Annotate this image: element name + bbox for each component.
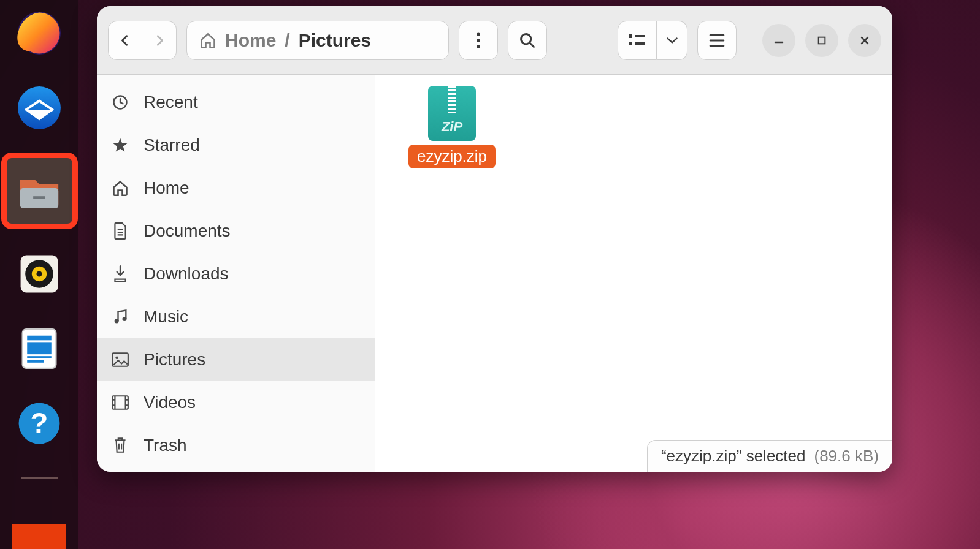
svg-rect-11 [27, 356, 52, 358]
hamburger-menu-button[interactable] [697, 21, 737, 60]
home-icon [199, 32, 216, 49]
svg-point-28 [115, 356, 118, 359]
sidebar-item-downloads[interactable]: Downloads [97, 252, 375, 295]
zip-badge-label: ZiP [442, 119, 462, 135]
files-icon [14, 166, 64, 216]
dock-item-files[interactable] [4, 156, 75, 226]
svg-point-1 [18, 86, 61, 129]
svg-point-17 [477, 44, 480, 48]
svg-rect-23 [819, 37, 825, 44]
view-group [618, 21, 687, 60]
sidebar-item-starred[interactable]: Starred [97, 124, 375, 167]
sidebar-item-label: Trash [144, 436, 187, 455]
zip-archive-icon: ZiP [428, 86, 476, 141]
statusbar: “ezyzip.zip” selected (89.6 kB) [647, 440, 892, 472]
minimize-button[interactable] [762, 24, 795, 57]
sidebar-item-label: Recent [144, 93, 198, 112]
sidebar-item-label: Home [144, 178, 189, 198]
star-icon [110, 135, 130, 155]
document-icon [16, 325, 63, 372]
svg-point-25 [115, 319, 119, 324]
svg-rect-22 [635, 42, 645, 45]
chevron-left-icon [118, 34, 132, 47]
download-icon [110, 264, 130, 284]
path-menu-button[interactable] [459, 21, 498, 60]
dock-item-partial[interactable] [12, 524, 66, 549]
search-button[interactable] [508, 21, 547, 60]
files-window: Home / Pictures [97, 6, 892, 472]
sidebar-item-label: Documents [144, 221, 231, 241]
sidebar: Recent Starred Home Documents Downloads … [97, 75, 375, 472]
dock-separator [21, 477, 58, 479]
sidebar-item-recent[interactable]: Recent [97, 81, 375, 124]
window-body: Recent Starred Home Documents Downloads … [97, 75, 892, 472]
status-size: (89.6 kB) [814, 447, 879, 466]
breadcrumb-separator: / [285, 30, 289, 51]
sidebar-item-documents[interactable]: Documents [97, 210, 375, 252]
view-options-button[interactable] [657, 21, 687, 60]
svg-rect-19 [629, 34, 632, 38]
svg-point-15 [477, 32, 480, 36]
maximize-button[interactable] [805, 24, 838, 57]
svg-rect-21 [635, 35, 645, 37]
sidebar-item-label: Music [144, 307, 188, 327]
pictures-icon [110, 350, 130, 369]
maximize-icon [817, 36, 827, 45]
thunderbird-icon [16, 85, 63, 131]
svg-rect-9 [27, 336, 52, 341]
chevron-down-icon [666, 36, 678, 45]
back-button[interactable] [108, 21, 142, 60]
search-icon [519, 32, 536, 49]
close-button[interactable] [848, 24, 881, 57]
svg-rect-20 [629, 42, 632, 45]
close-icon [859, 35, 870, 46]
file-item[interactable]: ZiP ezyzip.zip [406, 86, 498, 168]
dock-item-thunderbird[interactable] [12, 81, 66, 135]
sidebar-item-music[interactable]: Music [97, 295, 375, 338]
home-icon [110, 178, 130, 198]
forward-button[interactable] [142, 21, 177, 60]
more-vert-icon [476, 32, 481, 48]
help-icon: ? [16, 400, 63, 447]
svg-rect-10 [27, 342, 52, 354]
speaker-icon [16, 251, 63, 297]
firefox-icon [16, 10, 63, 56]
svg-text:?: ? [31, 406, 48, 439]
titlebar: Home / Pictures [97, 6, 892, 75]
videos-icon [110, 393, 130, 412]
file-label: ezyzip.zip [408, 145, 496, 168]
breadcrumb-parent: Home [225, 30, 276, 51]
sidebar-item-home[interactable]: Home [97, 167, 375, 210]
sidebar-item-label: Starred [144, 135, 200, 155]
hamburger-icon [709, 34, 725, 47]
svg-point-26 [123, 317, 127, 321]
svg-point-16 [477, 39, 480, 42]
sidebar-item-label: Pictures [144, 350, 205, 369]
svg-point-7 [36, 271, 42, 276]
breadcrumb[interactable]: Home / Pictures [186, 21, 449, 60]
svg-rect-12 [27, 360, 44, 363]
sidebar-item-pictures[interactable]: Pictures [97, 338, 375, 381]
sidebar-item-videos[interactable]: Videos [97, 381, 375, 424]
content-area[interactable]: ZiP ezyzip.zip “ezyzip.zip” selected (89… [375, 75, 892, 472]
dock-item-firefox[interactable] [12, 6, 66, 60]
nav-group [108, 21, 177, 60]
sidebar-item-trash[interactable]: Trash [97, 424, 375, 467]
dock-item-rhythmbox[interactable] [12, 247, 66, 301]
status-text: “ezyzip.zip” selected [661, 447, 806, 466]
list-view-icon [629, 33, 646, 48]
trash-icon [110, 436, 130, 455]
document-icon [110, 221, 130, 241]
music-icon [110, 307, 130, 327]
recent-icon [110, 93, 130, 112]
minimize-icon [773, 35, 784, 46]
dock-item-help[interactable]: ? [12, 396, 66, 450]
sidebar-item-label: Downloads [144, 264, 229, 284]
breadcrumb-current: Pictures [299, 30, 371, 51]
svg-rect-3 [33, 196, 45, 199]
dock-item-libreoffice-writer[interactable] [12, 322, 66, 376]
view-toggle-button[interactable] [618, 21, 657, 60]
sidebar-item-label: Videos [144, 393, 196, 412]
dock: ? [0, 0, 78, 549]
chevron-right-icon [153, 34, 166, 47]
